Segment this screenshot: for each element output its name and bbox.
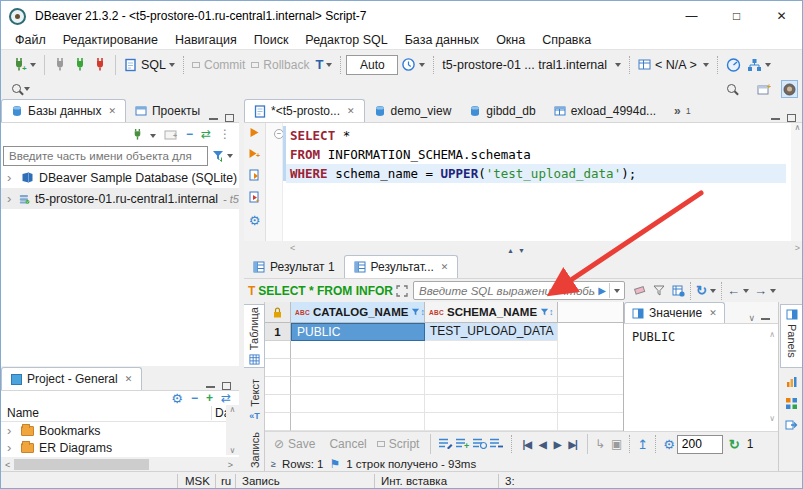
chevron-menu-icon[interactable]: ∨ [748,313,755,323]
presentation-tab-record[interactable]: Запись [244,430,265,471]
expander-icon[interactable]: › [7,423,16,438]
close-icon[interactable]: ✕ [441,262,449,272]
previous-row-button[interactable]: ◀ [536,439,549,450]
chevron-down-icon[interactable] [227,154,233,158]
collapse-all-icon[interactable]: − [191,391,198,405]
dbeaver-perspective-button[interactable] [781,80,798,98]
maximize-panel-icon[interactable] [222,382,231,390]
presentation-tab-grid[interactable]: Таблица [244,304,265,368]
menu-sql-editor[interactable]: Редактор SQL [305,33,387,47]
column-filter-sort-icon[interactable]: ↕ [540,307,554,317]
menu-search[interactable]: Поиск [254,33,289,47]
script-button[interactable]: Script [373,437,424,451]
link-editor-icon[interactable]: ⇄ [201,127,211,141]
explain-plan-button[interactable]: + [249,191,261,206]
refresh-icon[interactable]: ↻ [696,283,707,298]
tasks-button[interactable] [744,56,774,74]
new-connection-small-button[interactable] [131,127,156,141]
search-button[interactable] [9,82,33,95]
column-header-catalog-name[interactable]: ABC CATALOG_NAME ↕ [291,302,425,323]
scroll-right-icon[interactable]: > [222,460,239,470]
last-row-button[interactable]: ▶| [565,439,580,450]
aggregate-panel-icon[interactable] [785,376,798,391]
minimize-panel-icon[interactable] [209,117,218,120]
execute-statement-button[interactable] [249,127,260,141]
transaction-mode-button[interactable]: T [312,55,335,74]
duplicate-row-button[interactable] [472,437,487,452]
language-indicator[interactable]: ru [221,475,231,487]
filters-icon[interactable] [653,285,665,297]
close-icon[interactable]: ✕ [125,374,133,384]
scroll-left-icon[interactable]: < [290,243,295,253]
editor-vertical-scrollbar[interactable]: ∧ [791,123,803,241]
schema-selector[interactable]: < N/A > [635,56,712,74]
scroll-down-icon[interactable]: ∨ [230,446,236,455]
chevron-down-icon[interactable] [169,63,175,67]
grouping-panel-icon[interactable] [785,397,798,413]
previous-icon[interactable]: ← [727,283,740,298]
minimize-panel-icon[interactable] [771,117,780,120]
dashboard-button[interactable] [723,55,744,74]
project-vertical-scrollbar[interactable]: ∧ ∨ [226,405,239,455]
expander-icon[interactable]: › [7,440,16,455]
transaction-log-button[interactable] [398,55,428,74]
fetch-all-icon[interactable]: ▣ [611,437,622,451]
sql-line[interactable]: FROM INFORMATION_SCHEMA.schemata [290,145,788,164]
first-row-button[interactable]: |◀ [519,439,534,450]
chevron-down-icon[interactable] [710,289,716,293]
tab-projects[interactable]: Проекты [126,99,209,122]
scroll-left-icon[interactable]: < [1,460,14,470]
chevron-down-icon[interactable] [765,63,771,67]
write-mode-indicator[interactable]: Запись [242,475,280,487]
cell-catalog-name[interactable]: PUBLIC [291,323,425,341]
refresh-icon[interactable]: ↻ [729,437,740,452]
expand-icon[interactable] [396,285,408,297]
sash-up-icon[interactable]: ▲ [507,247,514,254]
new-folder-button[interactable]: + [164,127,178,141]
execute-new-tab-button[interactable]: + [248,148,261,162]
tab-sql-script[interactable]: *<t5-prosto... ✕ [244,99,365,122]
close-icon[interactable]: ✕ [108,106,116,116]
open-perspective-button[interactable]: + [757,82,771,96]
column-name[interactable]: Name [1,406,211,420]
save-button[interactable]: ⊘Save [270,437,319,451]
quick-search-button[interactable] [727,82,736,96]
expand-all-icon[interactable]: + [206,391,213,405]
column-header-schema-name[interactable]: ABC SCHEMA_NAME ↕ [425,302,558,323]
view-menu-icon[interactable]: ⋮ [219,127,231,141]
delete-row-button[interactable] [489,437,504,452]
scroll-up-icon[interactable]: ∧ [769,330,775,339]
sql-line[interactable]: WHERE schema_name = UPPER('test_upload_d… [286,164,786,183]
fetch-next-segment-icon[interactable]: ↳ [595,437,605,451]
references-panel-icon[interactable] [785,419,798,434]
close-icon[interactable]: ✕ [709,308,717,318]
value-content[interactable]: PUBLIC [624,324,778,344]
chevron-down-icon[interactable] [326,63,332,67]
project-horizontal-scrollbar[interactable]: < > [1,457,239,472]
menu-database[interactable]: База данных [405,33,479,47]
gear-icon[interactable]: ⚙ [663,437,675,452]
scroll-up-icon[interactable]: ∧ [230,405,236,414]
fetch-size-input[interactable] [677,435,723,454]
connection-selector[interactable]: t5-prostore-01 ... tral1.internal [439,56,624,74]
minimize-panel-icon[interactable] [761,317,770,320]
cell-schema-name[interactable]: TEST_UPLOAD_DATA [425,323,558,341]
timezone-indicator[interactable]: MSK [185,475,210,487]
presentation-tab-text[interactable]: Текст «T [244,374,265,426]
project-item-bookmarks[interactable]: › Bookmarks [1,422,239,439]
chevron-down-icon[interactable] [615,63,621,67]
scroll-down-icon[interactable]: ∨ [769,414,775,423]
tab-project-general[interactable]: Project - General ✕ [1,367,142,390]
execute-script-button[interactable] [249,169,261,184]
close-button[interactable]: ✕ [759,1,803,31]
maximize-panel-icon[interactable] [225,114,234,122]
expander-icon[interactable]: › [7,170,16,185]
chevron-down-icon[interactable] [30,63,36,67]
row-number-cell[interactable]: 1 [265,323,291,341]
tab-demo-view[interactable]: demo_view [365,99,461,122]
maximize-panel-icon[interactable] [787,114,796,122]
eraser-icon[interactable] [633,285,646,296]
menu-window[interactable]: Окна [496,33,525,47]
chevron-down-icon[interactable] [24,87,30,91]
object-filter-input[interactable] [3,146,208,166]
